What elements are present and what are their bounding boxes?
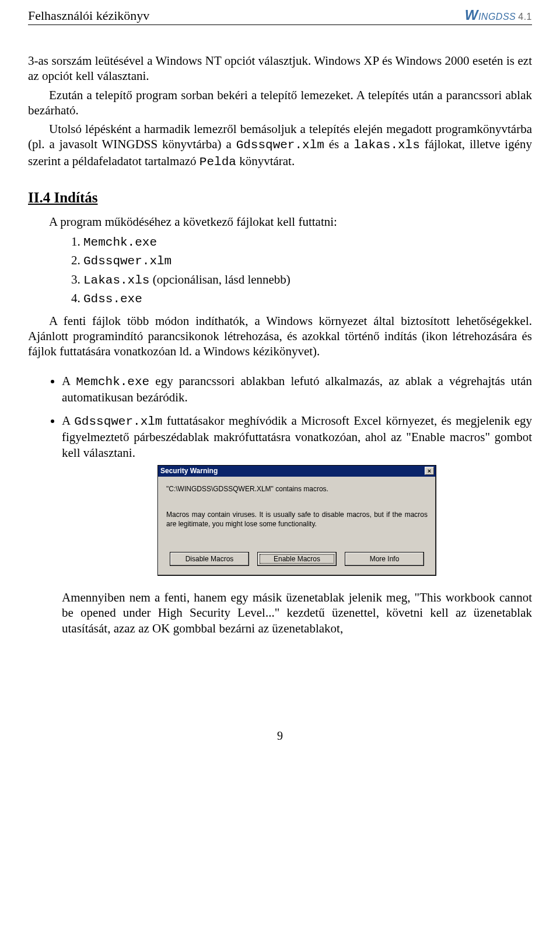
page-number: 9 [28, 729, 532, 743]
li4-code: Gdss.exe [83, 292, 142, 306]
dialog-body: "C:\WINGDSS\GDSSQWER.XLM" contains macro… [158, 477, 436, 575]
page-header: Felhasználói kézikönyv WINGDSS4.1 [28, 7, 532, 25]
logo-prefix: W [465, 7, 478, 23]
dialog-message-1: "C:\WINGDSS\GDSSQWER.XLM" contains macro… [166, 485, 428, 494]
dialog-titlebar: Security Warning × [158, 466, 436, 477]
logo-version: 4.1 [518, 12, 532, 22]
li3-num: 3. [71, 272, 83, 286]
dialog-screenshot: Security Warning × "C:\WINGDSS\GDSSQWER.… [62, 465, 532, 576]
paragraph-2: Ezután a telepítő program sorban bekéri … [28, 88, 532, 118]
li2-num: 2. [71, 253, 83, 267]
paragraph-1: 3-as sorszám leütésével a Windows NT opc… [28, 53, 532, 84]
dialog-message-2: Macros may contain viruses. It is usuall… [166, 510, 428, 529]
list-item-4: 4. Gdss.exe [71, 289, 532, 308]
p3-part-d: könyvtárat. [236, 154, 295, 168]
bullet-1: A Memchk.exe egy parancssori ablakban le… [62, 373, 532, 405]
close-icon[interactable]: × [425, 467, 434, 475]
paragraph-5: Amennyiben nem a fenti, hanem egy másik … [62, 590, 532, 636]
list-item-1: 1. Memchk.exe [71, 233, 532, 251]
p3-code-1: Gdssqwer.xlm [236, 138, 324, 152]
bullet-2: A Gdssqwer.xlm futtatásakor meghívódik a… [62, 413, 532, 636]
b1-a: A [62, 374, 76, 388]
list-item-3: 3. Lakas.xls (opcionálisan, lásd lennebb… [71, 271, 532, 289]
paragraph-3: Utolsó lépésként a harmadik lemezről bem… [28, 121, 532, 170]
p3-code-2: lakas.xls [354, 138, 419, 152]
li3-text: (opcionálisan, lásd lennebb) [149, 272, 290, 286]
b2-a: A [62, 414, 74, 428]
p3-code-3: Pelda [200, 155, 236, 169]
p3-part-b: és a [324, 137, 354, 151]
li3-code: Lakas.xls [83, 274, 149, 287]
dialog-button-row: Disable Macros Enable Macros More Info [166, 552, 428, 566]
list-intro: A program működéséhez a következő fájlok… [28, 214, 532, 229]
logo-text: INGDSS [478, 12, 516, 22]
bullet-list: A Memchk.exe egy parancssori ablakban le… [28, 373, 532, 636]
li1-num: 1. [71, 235, 83, 249]
product-logo: WINGDSS4.1 [465, 7, 532, 23]
disable-macros-button[interactable]: Disable Macros [170, 552, 249, 566]
dialog-title: Security Warning [160, 467, 218, 476]
li2-code: Gdssqwer.xlm [83, 254, 172, 268]
header-title: Felhasználói kézikönyv [28, 8, 149, 23]
file-list: 1. Memchk.exe 2. Gdssqwer.xlm 3. Lakas.x… [28, 233, 532, 309]
b2-code: Gdssqwer.xlm [74, 415, 162, 428]
li1-code: Memchk.exe [83, 236, 157, 249]
security-warning-dialog: Security Warning × "C:\WINGDSS\GDSSQWER.… [158, 465, 436, 576]
list-item-2: 2. Gdssqwer.xlm [71, 251, 532, 270]
enable-macros-button[interactable]: Enable Macros [257, 552, 337, 566]
more-info-button[interactable]: More Info [345, 552, 424, 566]
b1-code: Memchk.exe [76, 375, 149, 389]
li4-num: 4. [71, 291, 83, 305]
paragraph-4: A fenti fájlok több módon indíthatók, a … [28, 313, 532, 359]
section-heading: II.4 Indítás [28, 190, 532, 206]
